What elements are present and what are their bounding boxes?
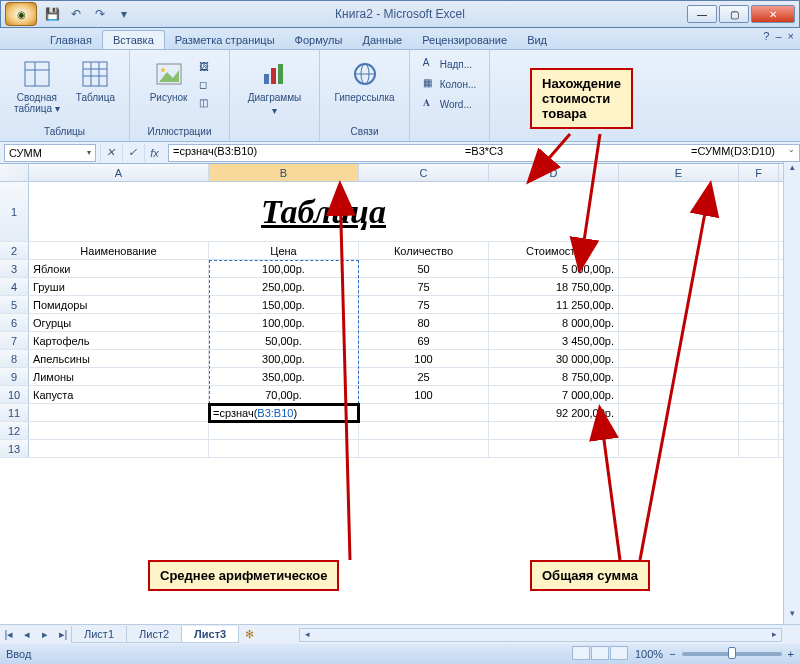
name-box[interactable]: СУММ bbox=[4, 144, 96, 162]
rowhdr-4[interactable]: 4 bbox=[0, 278, 29, 295]
undo-icon[interactable]: ↶ bbox=[65, 4, 87, 24]
save-icon[interactable]: 💾 bbox=[41, 4, 63, 24]
cell-name[interactable]: Огурцы bbox=[29, 314, 209, 331]
rowhdr-9[interactable]: 9 bbox=[0, 368, 29, 385]
tab-page-layout[interactable]: Разметка страницы bbox=[165, 31, 285, 49]
cell-price[interactable]: 100,00р. bbox=[209, 314, 359, 331]
hdr-name[interactable]: Наименование bbox=[29, 242, 209, 259]
cell-cost[interactable]: 5 000,00р. bbox=[489, 260, 619, 277]
rowhdr-1[interactable]: 1 bbox=[0, 182, 29, 241]
sheet-nav-prev[interactable]: ◂ bbox=[18, 628, 36, 641]
tab-data[interactable]: Данные bbox=[352, 31, 412, 49]
cell-D11-total[interactable]: 92 200,00р. bbox=[489, 404, 619, 421]
cell-qty[interactable]: 75 bbox=[359, 278, 489, 295]
sheet-tab-1[interactable]: Лист1 bbox=[71, 626, 127, 643]
sheet-nav-last[interactable]: ▸| bbox=[54, 628, 72, 641]
enter-formula-button[interactable]: ✓ bbox=[122, 144, 142, 162]
cell-cost[interactable]: 11 250,00р. bbox=[489, 296, 619, 313]
cell-name[interactable]: Лимоны bbox=[29, 368, 209, 385]
hdr-cost[interactable]: Стоимость bbox=[489, 242, 619, 259]
hdr-price[interactable]: Цена bbox=[209, 242, 359, 259]
tab-insert[interactable]: Вставка bbox=[102, 30, 165, 49]
hyperlink-button[interactable]: Гиперссылка bbox=[328, 56, 400, 105]
cell-name[interactable]: Апельсины bbox=[29, 350, 209, 367]
tab-view[interactable]: Вид bbox=[517, 31, 557, 49]
cell-qty[interactable]: 75 bbox=[359, 296, 489, 313]
table-button[interactable]: Таблица bbox=[70, 56, 121, 105]
col-B[interactable]: B bbox=[209, 164, 359, 181]
zoom-out-button[interactable]: − bbox=[669, 648, 675, 660]
formula-input[interactable]: =срзнач(B3:B10) =B3*C3 =СУММ(D3:D10) ⌄ bbox=[168, 144, 800, 162]
scroll-up-icon[interactable]: ▴ bbox=[784, 162, 800, 178]
rowhdr-13[interactable]: 13 bbox=[0, 440, 29, 457]
rowhdr-10[interactable]: 10 bbox=[0, 386, 29, 403]
picture-button[interactable]: Рисунок bbox=[144, 56, 194, 105]
cell-price[interactable]: 350,00р. bbox=[209, 368, 359, 385]
grid[interactable]: 1 Таблица 2 Наименование Цена Количество… bbox=[0, 182, 800, 458]
tab-home[interactable]: Главная bbox=[40, 31, 102, 49]
cell-qty[interactable]: 69 bbox=[359, 332, 489, 349]
cell-cost[interactable]: 3 450,00р. bbox=[489, 332, 619, 349]
cell-name[interactable]: Помидоры bbox=[29, 296, 209, 313]
shapes-button[interactable]: ◻ bbox=[197, 78, 215, 94]
formula-expand-icon[interactable]: ⌄ bbox=[788, 145, 795, 154]
cell-name[interactable]: Картофель bbox=[29, 332, 209, 349]
rowhdr-12[interactable]: 12 bbox=[0, 422, 29, 439]
help-icon[interactable]: ? bbox=[763, 30, 769, 42]
view-mode-buttons[interactable] bbox=[572, 646, 629, 662]
minimize-button[interactable]: — bbox=[687, 5, 717, 23]
zoom-in-button[interactable]: + bbox=[788, 648, 794, 660]
cell-qty[interactable]: 25 bbox=[359, 368, 489, 385]
col-C[interactable]: C bbox=[359, 164, 489, 181]
cell-price[interactable]: 100,00р. bbox=[209, 260, 359, 277]
office-button[interactable]: ◉ bbox=[5, 2, 37, 26]
rowhdr-2[interactable]: 2 bbox=[0, 242, 29, 259]
cell-qty[interactable]: 80 bbox=[359, 314, 489, 331]
smartart-button[interactable]: ◫ bbox=[197, 96, 215, 112]
zoom-slider[interactable] bbox=[682, 652, 782, 656]
cell-qty[interactable]: 50 bbox=[359, 260, 489, 277]
sheet-nav-first[interactable]: |◂ bbox=[0, 628, 18, 641]
cell-name[interactable]: Яблоки bbox=[29, 260, 209, 277]
cell-cost[interactable]: 30 000,00р. bbox=[489, 350, 619, 367]
redo-icon[interactable]: ↷ bbox=[89, 4, 111, 24]
textbox-button[interactable]: AНадп... bbox=[421, 56, 474, 72]
close-button[interactable]: ✕ bbox=[751, 5, 795, 23]
qat-more-icon[interactable]: ▾ bbox=[113, 4, 135, 24]
horizontal-scrollbar[interactable] bbox=[299, 628, 782, 642]
hdr-qty[interactable]: Количество bbox=[359, 242, 489, 259]
cell-price[interactable]: 50,00р. bbox=[209, 332, 359, 349]
pivot-table-button[interactable]: Сводная таблица ▾ bbox=[8, 56, 66, 116]
cell-cost[interactable]: 7 000,00р. bbox=[489, 386, 619, 403]
vertical-scrollbar[interactable]: ▴ ▾ bbox=[783, 162, 800, 624]
cell-qty[interactable]: 100 bbox=[359, 350, 489, 367]
maximize-button[interactable]: ▢ bbox=[719, 5, 749, 23]
scroll-down-icon[interactable]: ▾ bbox=[784, 608, 800, 624]
col-D[interactable]: D bbox=[489, 164, 619, 181]
header-footer-button[interactable]: ▦Колон... bbox=[421, 76, 479, 92]
cell-price[interactable]: 70,00р. bbox=[209, 386, 359, 403]
cell-cost[interactable]: 8 750,00р. bbox=[489, 368, 619, 385]
wordart-button[interactable]: 𝐀Word... bbox=[421, 96, 474, 112]
cell-B11[interactable]: =срзнач(B3:B10) bbox=[209, 404, 359, 421]
cell-cost[interactable]: 18 750,00р. bbox=[489, 278, 619, 295]
cell-qty[interactable]: 100 bbox=[359, 386, 489, 403]
rowhdr-5[interactable]: 5 bbox=[0, 296, 29, 313]
cancel-formula-button[interactable]: ✕ bbox=[100, 144, 120, 162]
add-sheet-button[interactable]: ✻ bbox=[239, 628, 259, 641]
mdi-close[interactable]: × bbox=[788, 30, 794, 42]
col-F[interactable]: F bbox=[739, 164, 779, 181]
zoom-value[interactable]: 100% bbox=[635, 648, 663, 660]
insert-function-button[interactable]: fx bbox=[144, 144, 164, 162]
rowhdr-8[interactable]: 8 bbox=[0, 350, 29, 367]
sheet-nav-next[interactable]: ▸ bbox=[36, 628, 54, 641]
cell-name[interactable]: Груши bbox=[29, 278, 209, 295]
charts-button[interactable]: Диаграммы ▾ bbox=[242, 56, 308, 118]
cell-name[interactable]: Капуста bbox=[29, 386, 209, 403]
rowhdr-7[interactable]: 7 bbox=[0, 332, 29, 349]
col-E[interactable]: E bbox=[619, 164, 739, 181]
sheet-tab-2[interactable]: Лист2 bbox=[126, 626, 182, 643]
col-A[interactable]: A bbox=[29, 164, 209, 181]
title-cell[interactable]: Таблица bbox=[29, 182, 619, 241]
cell-price[interactable]: 250,00р. bbox=[209, 278, 359, 295]
